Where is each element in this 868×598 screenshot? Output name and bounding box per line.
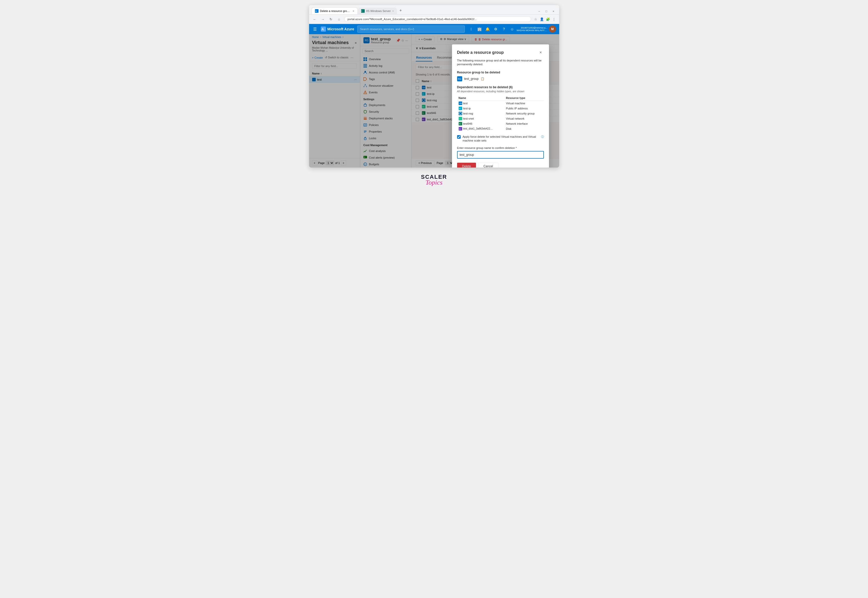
- notifications-icon[interactable]: 🔔: [484, 25, 491, 33]
- user-info[interactable]: 2019071053@mmmut.a... MADAN MOHAN MALAVI…: [517, 25, 556, 33]
- dep-col-type: Resource type: [504, 96, 544, 101]
- browser-tab-1[interactable]: A Delete a resource group - Micros... ×: [312, 7, 358, 14]
- bookmark-icon[interactable]: ☆: [533, 16, 538, 22]
- hamburger-btn[interactable]: ☰: [312, 26, 318, 33]
- svg-text:RG: RG: [458, 78, 462, 80]
- dep-type-4: Virtual network: [504, 116, 544, 121]
- back-btn[interactable]: ←: [312, 16, 318, 22]
- confirm-input[interactable]: [457, 151, 544, 158]
- browser-addressbar: ← → ↻ ⌂ ☆ 👤 🧩 ⋮: [309, 15, 559, 24]
- help-icon[interactable]: ?: [501, 25, 508, 33]
- dep-type-5: Network interface: [504, 121, 544, 126]
- dep-icon-6: Dk: [459, 127, 462, 130]
- svg-text:I: I: [361, 10, 362, 12]
- feedback-icon[interactable]: ☺: [509, 25, 516, 33]
- toolbar-icons: ☆ 👤 🧩 ⋮: [533, 16, 557, 22]
- dep-row-1: VM test Virtual machine: [457, 100, 544, 106]
- tab2-close[interactable]: ×: [392, 10, 394, 12]
- forward-btn[interactable]: →: [320, 16, 326, 22]
- iis-favicon-icon: I: [361, 9, 365, 13]
- azure-favicon-icon: A: [315, 9, 318, 13]
- dep-name-2: IP test-ip: [457, 106, 505, 111]
- dialog-description: The following resource group and all its…: [457, 59, 544, 67]
- azure-logo-icon: A: [321, 27, 326, 31]
- svg-text:N: N: [459, 123, 460, 125]
- new-tab-btn[interactable]: +: [397, 7, 404, 14]
- dialog-actions: Delete Cancel: [457, 163, 544, 167]
- dialog-header: Delete a resource group ×: [457, 49, 544, 55]
- minimize-btn[interactable]: −: [536, 8, 542, 14]
- dep-name-4: ↔ test-vnet: [457, 116, 505, 121]
- dep-icon-1: VM: [459, 102, 462, 105]
- rg-del-name: test_group: [464, 77, 479, 81]
- rg-to-delete: RG test_group 📋: [457, 76, 544, 81]
- svg-text:VM: VM: [459, 103, 462, 104]
- user-name: MADAN MOHAN MALAVIYA UNI...: [517, 29, 547, 31]
- azure-search-input[interactable]: [357, 25, 465, 33]
- user-avatar[interactable]: M: [549, 25, 556, 33]
- svg-text:A: A: [315, 10, 317, 12]
- dep-name-5: N test946: [457, 121, 505, 126]
- force-delete-info-icon: ⓘ: [541, 135, 544, 139]
- dep-name-1: VM test: [457, 100, 505, 106]
- browser-tab-2[interactable]: I IIS Windows Server ×: [358, 7, 397, 14]
- tab1-label: Delete a resource group - Micros...: [320, 9, 351, 12]
- browser-tabs: A Delete a resource group - Micros... × …: [312, 7, 404, 14]
- dep-type-3: Network security group: [504, 111, 544, 116]
- browser-window: A Delete a resource group - Micros... × …: [309, 5, 559, 167]
- rg-section-title: Resource group to be deleted: [457, 71, 544, 74]
- dependent-note: All dependent resources, including hidde…: [457, 90, 544, 93]
- svg-text:IP: IP: [459, 108, 461, 109]
- azure-header-icons:  🏢 🔔 ⚙ ? ☺ 2019071053@mmmut.a... MADAN …: [468, 25, 556, 33]
- user-email: 2019071053@mmmut.a...: [517, 27, 547, 29]
- address-bar[interactable]: [344, 16, 531, 22]
- dep-type-2: Public IP address: [504, 106, 544, 111]
- dep-name-3: test-nsg: [457, 111, 505, 116]
- svg-text:↔: ↔: [459, 118, 460, 120]
- svg-text:A: A: [321, 27, 324, 31]
- window-controls: − □ ×: [536, 8, 557, 14]
- delete-btn[interactable]: Delete: [457, 163, 476, 167]
- dep-row-4: ↔ test-vnet Virtual network: [457, 116, 544, 121]
- dialog-close-btn[interactable]: ×: [538, 49, 544, 55]
- azure-portal: ☰ A Microsoft Azure  🏢 🔔 ⚙ ? ☺ 20190710…: [309, 24, 559, 167]
- azure-logo-text: Microsoft Azure: [327, 27, 354, 31]
- directory-icon[interactable]: 🏢: [476, 25, 483, 33]
- dep-row-2: IP test-ip Public IP address: [457, 106, 544, 111]
- tab1-close[interactable]: ×: [353, 10, 354, 12]
- dep-icon-2: IP: [459, 106, 462, 110]
- dep-row-5: N test946 Network interface: [457, 121, 544, 126]
- dep-name-6: Dk test_disk1_3a863eb422ab46959e35a943fc…: [457, 126, 505, 132]
- copy-icon[interactable]: 📋: [481, 77, 484, 81]
- close-btn[interactable]: ×: [550, 8, 557, 14]
- tab2-label: IIS Windows Server: [366, 9, 391, 12]
- force-delete-label: Apply force delete for selected Virtual …: [463, 135, 539, 143]
- dep-type-6: Disk: [504, 126, 544, 132]
- topics-text: Topics: [426, 179, 442, 187]
- cancel-btn[interactable]: Cancel: [478, 163, 498, 167]
- dep-col-name: Name: [457, 96, 505, 101]
- rg-del-icon: RG: [457, 76, 462, 81]
- cloud-shell-icon[interactable]: : [468, 25, 475, 33]
- force-delete-checkbox[interactable]: [457, 135, 461, 139]
- dep-type-1: Virtual machine: [504, 100, 544, 106]
- home-btn[interactable]: ⌂: [336, 16, 342, 22]
- dep-icon-3: [459, 112, 462, 115]
- settings-icon[interactable]: ⋮: [552, 16, 557, 22]
- portal-body: Home > Virtual machines > Virtual machin…: [309, 34, 559, 167]
- azure-logo: A Microsoft Azure: [321, 27, 354, 31]
- dialog-title: Delete a resource group: [457, 50, 504, 55]
- dep-icon-5: N: [459, 122, 462, 126]
- refresh-btn[interactable]: ↻: [328, 16, 334, 22]
- browser-titlebar: A Delete a resource group - Micros... × …: [309, 5, 559, 15]
- confirm-label: Enter resource group name to confirm del…: [457, 147, 544, 150]
- force-delete-row: Apply force delete for selected Virtual …: [457, 135, 544, 143]
- dep-row-3: test-nsg Network security group: [457, 111, 544, 116]
- dep-row-6: Dk test_disk1_3a863eb422ab46959e35a943fc…: [457, 126, 544, 132]
- scaler-brand: SCALER Topics: [421, 173, 447, 187]
- extensions-icon[interactable]: 🧩: [546, 16, 550, 22]
- restore-btn[interactable]: □: [543, 8, 550, 14]
- settings-header-icon[interactable]: ⚙: [492, 25, 499, 33]
- profile-icon[interactable]: 👤: [539, 16, 544, 22]
- svg-text:Dk: Dk: [459, 128, 461, 130]
